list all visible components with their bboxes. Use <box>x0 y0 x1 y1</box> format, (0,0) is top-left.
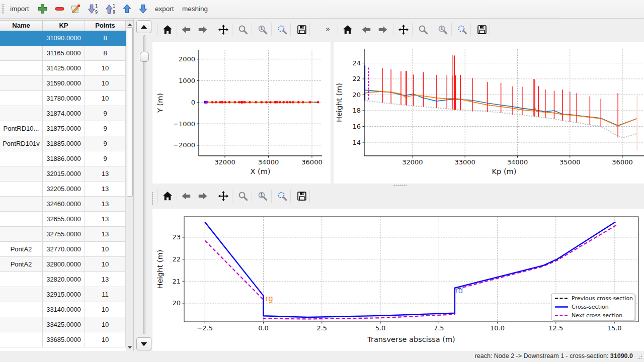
zoom-one-icon[interactable]: 1 <box>257 24 268 35</box>
cell-kp[interactable]: 31780.0000 <box>43 91 85 106</box>
table-row[interactable]: 32755.000013 <box>0 227 126 242</box>
save-icon[interactable] <box>476 24 488 35</box>
vertical-splitter-handle[interactable] <box>152 192 154 205</box>
save-icon[interactable] <box>296 191 307 202</box>
edit-icon[interactable] <box>70 4 81 17</box>
cell-points[interactable]: 13 <box>85 227 126 242</box>
table-row[interactable]: 33685.000010 <box>0 332 126 347</box>
toolbar-grip[interactable] <box>2 4 5 14</box>
table-row[interactable]: PontRD101v31885.00009 <box>0 136 126 151</box>
table-row[interactable]: 32015.000013 <box>0 166 126 182</box>
table-row[interactable]: 31886.00009 <box>0 151 126 166</box>
table-row[interactable]: 32820.000013 <box>0 272 126 287</box>
table-row[interactable]: 31165.00008 <box>0 46 126 61</box>
remove-icon[interactable] <box>54 4 65 16</box>
cell-points[interactable]: 10 <box>85 257 126 272</box>
slider-up-button[interactable] <box>136 20 151 33</box>
export-button[interactable]: export <box>155 0 174 18</box>
zoom-icon[interactable] <box>237 191 249 202</box>
cell-kp[interactable]: 31090.0000 <box>43 31 85 46</box>
cell-kp[interactable]: 32460.0000 <box>43 197 85 212</box>
zoom-fit-icon[interactable] <box>277 24 288 35</box>
slider-down-button[interactable] <box>136 337 151 350</box>
horizontal-splitter-handle[interactable] <box>393 185 407 187</box>
cell-points[interactable]: 9 <box>85 106 126 121</box>
cell-points[interactable]: 10 <box>85 332 126 347</box>
cell-points[interactable]: 10 <box>85 242 126 257</box>
cell-name[interactable] <box>0 272 43 287</box>
cell-name[interactable] <box>0 182 43 197</box>
forward-icon[interactable] <box>197 191 208 202</box>
table-row[interactable]: PontRD10...31875.00009 <box>0 121 126 136</box>
zoom-fit-icon[interactable] <box>457 24 468 35</box>
sort-descending-icon[interactable]: 19 <box>87 4 98 17</box>
cell-name[interactable] <box>0 106 43 121</box>
cell-name[interactable]: PontA2 <box>0 242 43 257</box>
cell-name[interactable] <box>0 166 43 182</box>
resize-grip[interactable] <box>636 353 642 359</box>
cell-points[interactable]: 13 <box>85 197 126 212</box>
zoom-icon[interactable] <box>418 24 429 35</box>
import-button[interactable]: import <box>10 0 29 18</box>
cell-points[interactable]: 9 <box>85 136 126 151</box>
cell-name[interactable] <box>0 151 43 166</box>
cell-kp[interactable]: 31425.0000 <box>43 61 85 76</box>
pan-icon[interactable] <box>218 24 229 35</box>
meshing-button[interactable]: meshing <box>182 0 208 18</box>
cell-kp[interactable]: 32205.0000 <box>43 182 85 197</box>
forward-icon[interactable] <box>377 24 388 35</box>
cell-points[interactable]: 10 <box>85 317 126 332</box>
zoom-icon[interactable] <box>237 24 249 35</box>
scroll-up-arrow-icon[interactable] <box>126 23 133 27</box>
cell-points[interactable]: 10 <box>85 302 126 317</box>
toolbar-overflow-button[interactable]: » <box>326 25 337 36</box>
cell-name[interactable] <box>0 46 43 61</box>
cell-kp[interactable]: 32800.0000 <box>43 257 85 272</box>
cross-sections-table[interactable]: NameKPPoints 31090.0000831165.0000831425… <box>0 20 126 351</box>
back-icon[interactable] <box>181 191 192 202</box>
cell-points[interactable]: 11 <box>85 287 126 302</box>
back-icon[interactable] <box>361 24 372 35</box>
cell-kp[interactable]: 31875.0000 <box>43 121 85 136</box>
table-scrollbar[interactable] <box>126 20 133 350</box>
move-up-icon[interactable] <box>123 4 131 16</box>
table-row[interactable]: 32460.000013 <box>0 197 126 212</box>
zoom-fit-icon[interactable] <box>277 191 288 202</box>
cell-kp[interactable]: 33140.0000 <box>43 302 85 317</box>
slider-track[interactable] <box>143 35 145 334</box>
longitudinal-profile-canvas[interactable] <box>334 42 644 184</box>
table-row[interactable]: 32915.000011 <box>0 287 126 302</box>
cell-name[interactable] <box>0 212 43 227</box>
table-header[interactable]: NameKPPoints <box>0 21 126 31</box>
cell-name[interactable] <box>0 317 43 332</box>
cell-kp[interactable]: 32915.0000 <box>43 287 85 302</box>
cell-points[interactable]: 13 <box>85 272 126 287</box>
cell-kp[interactable]: 31885.0000 <box>43 136 85 151</box>
table-row[interactable]: 31090.00008 <box>0 31 126 46</box>
table-row[interactable]: 31590.000010 <box>0 76 126 91</box>
home-icon[interactable] <box>162 24 173 35</box>
cell-points[interactable]: 13 <box>85 212 126 227</box>
cross-section-canvas[interactable] <box>152 209 644 351</box>
cell-name[interactable] <box>0 197 43 212</box>
cell-points[interactable]: 8 <box>85 31 126 46</box>
cell-points[interactable]: 13 <box>85 166 126 182</box>
column-header-points[interactable]: Points <box>85 21 126 31</box>
add-icon[interactable] <box>37 4 48 16</box>
column-header-kp[interactable]: KP <box>43 21 85 31</box>
cell-points[interactable]: 8 <box>85 46 126 61</box>
table-row[interactable]: 32205.000013 <box>0 182 126 197</box>
cell-kp[interactable]: 31165.0000 <box>43 46 85 61</box>
cell-kp[interactable]: 32655.0000 <box>43 212 85 227</box>
cell-kp[interactable]: 33685.0000 <box>43 332 85 347</box>
column-header-name[interactable]: Name <box>0 21 43 31</box>
cell-name[interactable] <box>0 227 43 242</box>
table-row[interactable]: 32655.000013 <box>0 212 126 227</box>
zoom-one-icon[interactable]: 1 <box>257 191 268 202</box>
cell-points[interactable]: 10 <box>85 91 126 106</box>
cell-kp[interactable]: 32755.0000 <box>43 227 85 242</box>
table-row[interactable]: 31874.00009 <box>0 106 126 121</box>
plan-view-canvas[interactable] <box>152 42 331 184</box>
zoom-one-icon[interactable]: 1 <box>437 24 448 35</box>
cell-points[interactable]: 13 <box>85 182 126 197</box>
